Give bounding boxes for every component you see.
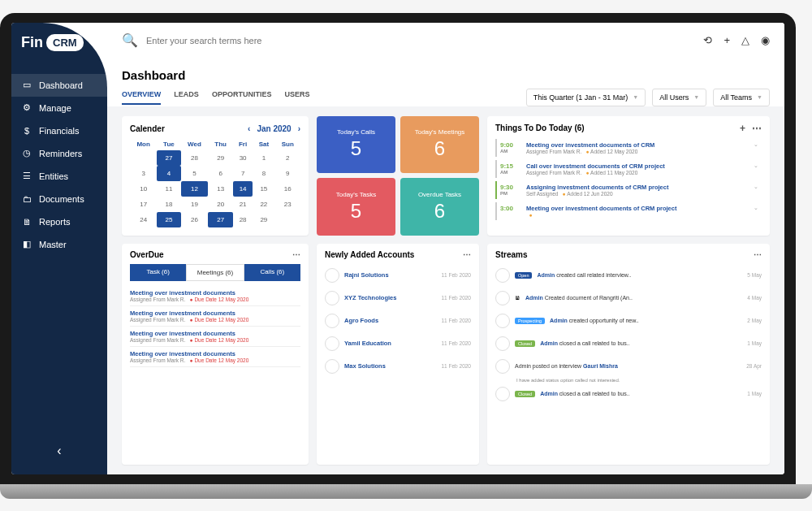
calendar-day[interactable]: 4 <box>157 166 180 181</box>
stat-overdue[interactable]: Overdue Tasks6 <box>400 178 479 236</box>
topbar: 🔍 ⟲ + △ ◉ <box>107 23 784 58</box>
calendar-day[interactable]: 24 <box>130 212 157 227</box>
streams-more-icon[interactable]: ⋯ <box>754 250 762 259</box>
calendar-day[interactable]: 13 <box>208 181 233 197</box>
account-item[interactable]: Max Solutions11 Feb 2020 <box>325 355 471 378</box>
calendar-day[interactable]: 29 <box>208 150 233 166</box>
todo-add-icon[interactable]: + <box>740 123 745 134</box>
calendar-day[interactable]: 7 <box>233 166 253 181</box>
sidebar-item-entities[interactable]: ☰Entities <box>11 165 107 188</box>
account-item[interactable]: Yamil Education11 Feb 2020 <box>325 332 471 355</box>
calendar-day[interactable]: 8 <box>253 166 274 181</box>
calendar-day[interactable]: 6 <box>208 166 233 181</box>
calendar-day[interactable]: 25 <box>157 212 180 227</box>
cal-next-icon[interactable]: › <box>298 124 300 133</box>
bell-icon[interactable]: △ <box>741 34 749 46</box>
logo: Fin CRM <box>11 23 107 63</box>
calendar-day[interactable]: 5 <box>181 166 209 181</box>
calendar-day[interactable]: 28 <box>181 150 209 166</box>
account-item[interactable]: Rajni Solutions11 Feb 2020 <box>325 264 471 287</box>
overdue-tab[interactable]: Task (6) <box>130 264 186 281</box>
stream-item[interactable]: ClosedAdmin closed a call related to bus… <box>495 332 762 355</box>
calendar-day[interactable]: 14 <box>233 181 253 197</box>
user-icon[interactable]: ◉ <box>761 34 770 46</box>
calendar-day[interactable]: 29 <box>253 212 274 227</box>
add-icon[interactable]: + <box>723 34 730 46</box>
account-item[interactable]: XYZ Technologies11 Feb 2020 <box>325 287 471 310</box>
calendar-day[interactable]: 27 <box>157 150 180 166</box>
filter-teams[interactable]: All Teams▼ <box>713 89 770 106</box>
todo-item[interactable]: 3:00Meeting over investment documents of… <box>495 202 762 220</box>
sidebar-item-manage[interactable]: ⚙Manage <box>11 97 107 119</box>
calendar-day[interactable]: 15 <box>253 181 274 197</box>
calendar-day[interactable]: 1 <box>253 150 274 166</box>
calendar-day[interactable]: 3 <box>130 166 157 181</box>
calendar-day[interactable]: 9 <box>275 166 300 181</box>
sidebar-collapse[interactable]: ‹ <box>57 444 61 458</box>
overdue-more-icon[interactable]: ⋯ <box>292 250 300 259</box>
calendar-day[interactable]: 10 <box>130 181 157 197</box>
tab-opportunities[interactable]: OPPORTUNITIES <box>212 90 272 105</box>
stream-item[interactable]: OpenAdmin created call related interview… <box>495 264 762 287</box>
todo-more-icon[interactable]: ⋯ <box>752 123 762 134</box>
calendar-day[interactable]: 17 <box>130 197 157 212</box>
nav-icon: ▭ <box>21 80 32 91</box>
search-input[interactable] <box>146 36 693 45</box>
stat-calls[interactable]: Today's Calls5 <box>317 116 395 174</box>
calendar-day[interactable]: 12 <box>181 181 209 197</box>
calendar-day[interactable]: 16 <box>275 181 300 197</box>
tab-overview[interactable]: OVERVIEW <box>122 90 161 105</box>
calendar-day[interactable]: 28 <box>233 212 253 227</box>
nav-icon: ◷ <box>21 148 32 159</box>
sidebar-item-dashboard[interactable]: ▭Dashboard <box>11 74 107 97</box>
calendar-day[interactable]: 21 <box>233 197 253 212</box>
overdue-tab[interactable]: Calls (6) <box>244 264 300 281</box>
sidebar-item-financials[interactable]: $Financials <box>11 119 107 142</box>
calendar-day[interactable]: 18 <box>157 197 180 212</box>
cal-prev-icon[interactable]: ‹ <box>248 124 250 133</box>
stream-item[interactable]: ClosedAdmin closed a call related to bus… <box>495 383 762 405</box>
calendar-day[interactable]: 27 <box>208 212 233 227</box>
calendar-day[interactable]: 23 <box>275 197 300 212</box>
calendar-day[interactable]: 20 <box>208 197 233 212</box>
chevron-down-icon[interactable]: ⌄ <box>754 162 758 175</box>
calendar-day[interactable]: 30 <box>233 150 253 166</box>
sidebar-item-reminders[interactable]: ◷Reminders <box>11 142 107 165</box>
todo-item[interactable]: 9:00AMMeeting over investment documents … <box>495 139 762 157</box>
overdue-item[interactable]: Meeting over investment documentsAssigne… <box>130 327 300 347</box>
calendar-day[interactable] <box>130 150 157 166</box>
todo-item[interactable]: 9:15AMCall over investment documents of … <box>495 160 762 178</box>
sidebar-item-reports[interactable]: 🗎Reports <box>11 210 107 233</box>
accounts-more-icon[interactable]: ⋯ <box>463 250 471 259</box>
stream-item[interactable]: Admin posted on interview Gauri Mishra28… <box>495 355 762 378</box>
cal-month[interactable]: Jan 2020 <box>257 124 291 133</box>
tab-users[interactable]: USERS <box>284 90 309 105</box>
stream-item[interactable]: 🗎Admin Created document of Rangriti (An.… <box>495 287 762 310</box>
calendar-day[interactable]: 26 <box>181 212 209 227</box>
sidebar-item-master[interactable]: ◧Master <box>11 233 107 256</box>
calendar-day[interactable]: 11 <box>157 181 180 197</box>
todo-item[interactable]: 9:30PMAssigning investment documents of … <box>495 181 762 199</box>
stat-tasks[interactable]: Today's Tasks5 <box>317 178 395 236</box>
sidebar-item-documents[interactable]: 🗀Documents <box>11 188 107 210</box>
calendar-day[interactable]: 22 <box>253 197 274 212</box>
chevron-down-icon[interactable]: ⌄ <box>754 184 758 197</box>
overdue-item[interactable]: Meeting over investment documentsAssigne… <box>130 306 300 327</box>
filter-period[interactable]: This Quarter (1 Jan - 31 Mar)▼ <box>526 89 646 106</box>
calendar-day[interactable]: 2 <box>275 150 300 166</box>
overdue-item[interactable]: Meeting over investment documentsAssigne… <box>130 347 300 367</box>
overdue-tab[interactable]: Meetings (6) <box>186 264 244 281</box>
tab-leads[interactable]: LEADS <box>174 90 199 105</box>
calendar-day[interactable] <box>275 212 300 227</box>
calendar-day[interactable]: 19 <box>181 197 209 212</box>
chevron-down-icon[interactable]: ⌄ <box>754 141 758 154</box>
avatar <box>495 359 510 374</box>
refresh-icon[interactable]: ⟲ <box>703 34 712 46</box>
overdue-item[interactable]: Meeting over investment documentsAssigne… <box>130 286 300 306</box>
stream-item[interactable]: ProspectingAdmin created opportunity of … <box>495 310 762 332</box>
stat-meetings[interactable]: Today's Meetings6 <box>400 116 479 174</box>
filter-users[interactable]: All Users▼ <box>652 89 706 106</box>
sidebar-item-label: Reminders <box>39 149 82 158</box>
account-item[interactable]: Agro Foods11 Feb 2020 <box>325 310 471 332</box>
chevron-down-icon[interactable]: ⌄ <box>754 205 758 218</box>
